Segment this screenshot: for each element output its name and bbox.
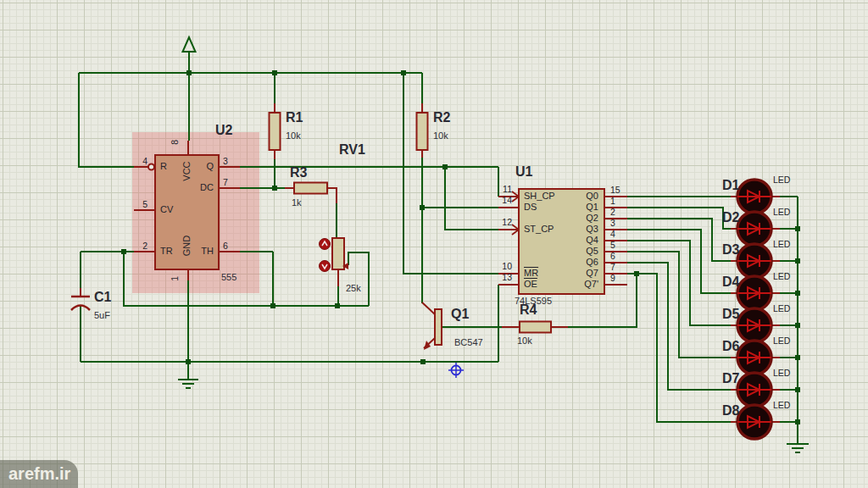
resistor-r4[interactable] bbox=[520, 322, 551, 333]
resistor-r2[interactable] bbox=[417, 113, 428, 150]
origin-cross-icon bbox=[448, 363, 464, 378]
inverter-bubble-icon bbox=[148, 164, 154, 170]
u2-pin-number: 5 bbox=[125, 200, 147, 210]
wire-led[interactable] bbox=[627, 252, 731, 358]
led-type: LED bbox=[773, 304, 790, 314]
u2-pin-cv: CV bbox=[160, 204, 173, 214]
c1-value: 5uF bbox=[94, 310, 110, 320]
led-type: LED bbox=[773, 369, 790, 379]
clock-edge-icon bbox=[512, 191, 519, 235]
u2-pin-number: 4 bbox=[125, 157, 147, 167]
resistor-r1[interactable] bbox=[270, 113, 281, 150]
rv1-value: 25k bbox=[346, 283, 361, 293]
junction-dot bbox=[795, 387, 800, 392]
u1-pin-q7': Q7' bbox=[565, 279, 598, 289]
junction-dot bbox=[795, 291, 800, 296]
u2-pin-number: 2 bbox=[125, 241, 147, 252]
junction-dot bbox=[442, 164, 448, 169]
watermark: arefm.ir bbox=[0, 460, 78, 488]
u1-value: 74LS595 bbox=[515, 296, 552, 306]
u2-pin-dc: DC bbox=[190, 182, 214, 192]
led-ref: D6 bbox=[722, 339, 739, 354]
u1-pin-number: 15 bbox=[610, 186, 620, 196]
led-type: LED bbox=[773, 272, 790, 282]
u2-pin-gnd: GND bbox=[181, 229, 192, 263]
u2-pin-number: 6 bbox=[223, 241, 228, 252]
r2-ref: R2 bbox=[433, 110, 450, 125]
u1-pin-oe: OE bbox=[524, 279, 537, 289]
transistor-q1[interactable] bbox=[435, 309, 442, 345]
r3-ref: R3 bbox=[290, 165, 307, 180]
led-ref: D5 bbox=[722, 307, 739, 322]
u2-pin-tr: TR bbox=[160, 246, 173, 256]
junction-dot bbox=[401, 70, 406, 75]
q1-value: BC547 bbox=[454, 337, 483, 347]
u1-pin-q7: Q7 bbox=[565, 268, 598, 278]
potentiometer-rv1[interactable] bbox=[332, 238, 344, 269]
u1-pin-q2: Q2 bbox=[565, 213, 598, 223]
u1-pin-q5: Q5 bbox=[565, 246, 598, 256]
ground-icon[interactable] bbox=[178, 380, 198, 388]
r1-value: 10k bbox=[286, 130, 301, 141]
q1-ref: Q1 bbox=[451, 307, 469, 322]
u1-pin-q6: Q6 bbox=[565, 257, 598, 267]
pot-decrement-button[interactable] bbox=[320, 261, 331, 272]
u2-pin-vcc: VCC bbox=[181, 154, 192, 188]
r3-value: 1k bbox=[292, 197, 302, 208]
u1-pin-number: 9 bbox=[610, 274, 615, 284]
u1-pin-stcp: ST_CP bbox=[524, 224, 554, 234]
u1-pin-mr: MR bbox=[524, 268, 538, 278]
u1-pin-shcp: SH_CP bbox=[524, 191, 555, 201]
junction-dot bbox=[420, 359, 426, 364]
u1-pin-number: 12 bbox=[490, 218, 512, 228]
u1-pin-q4: Q4 bbox=[565, 235, 598, 245]
led-type: LED bbox=[773, 401, 790, 411]
rv1-ref: RV1 bbox=[339, 142, 365, 158]
ground-icon[interactable] bbox=[787, 444, 809, 452]
u2-pin-r: R bbox=[160, 161, 167, 171]
u1-pin-number: 5 bbox=[610, 241, 615, 251]
u1-ref: U1 bbox=[515, 164, 532, 180]
junction-dot bbox=[186, 359, 191, 364]
symbols bbox=[448, 363, 464, 378]
led-type: LED bbox=[773, 175, 790, 186]
junction-dot bbox=[186, 70, 192, 75]
junction-dot bbox=[795, 226, 800, 231]
pot-increment-button[interactable] bbox=[320, 239, 331, 250]
u1-pin-ds: DS bbox=[524, 202, 537, 212]
junction-dot bbox=[795, 323, 800, 328]
led-ref: D2 bbox=[722, 210, 739, 225]
u2-value: 555 bbox=[221, 272, 236, 282]
u2-pin-number: 8 bbox=[170, 134, 181, 151]
u1-pin-number: 1 bbox=[610, 197, 615, 207]
resistor-r3[interactable] bbox=[294, 183, 327, 194]
r1-ref: R1 bbox=[286, 110, 303, 125]
led-ref: D7 bbox=[722, 371, 739, 386]
u1-pin-number: 7 bbox=[610, 263, 615, 273]
u1-pin-q0: Q0 bbox=[565, 191, 598, 201]
u1-pin-q1: Q1 bbox=[565, 202, 598, 212]
u1-pin-number: 10 bbox=[490, 262, 512, 272]
junction-dot bbox=[420, 205, 425, 210]
u2-pin-number: 3 bbox=[223, 157, 228, 167]
led-type: LED bbox=[773, 240, 790, 250]
power-arrow-icon[interactable] bbox=[183, 37, 196, 52]
led-type: LED bbox=[773, 336, 790, 347]
u1-pin-number: 6 bbox=[610, 252, 615, 262]
u2-pin-number: 1 bbox=[170, 270, 181, 287]
r4-value: 10k bbox=[517, 336, 532, 346]
junction-dot bbox=[270, 303, 275, 308]
u1-pin-number: 14 bbox=[490, 196, 512, 206]
u2-pin-number: 7 bbox=[223, 178, 228, 188]
junction-dot bbox=[795, 355, 800, 360]
junction-dot bbox=[272, 186, 277, 191]
led-type: LED bbox=[773, 208, 790, 218]
u1-pin-number: 2 bbox=[610, 208, 615, 218]
junction-dot bbox=[634, 271, 639, 276]
u1-pin-number: 3 bbox=[610, 219, 615, 229]
u1-pin-q3: Q3 bbox=[565, 224, 598, 234]
u2-pin-q: Q bbox=[193, 161, 214, 171]
u2-pin-th: TH bbox=[190, 246, 214, 256]
u1-pin-number: 13 bbox=[490, 273, 512, 283]
u1-pin-number: 4 bbox=[610, 230, 615, 240]
